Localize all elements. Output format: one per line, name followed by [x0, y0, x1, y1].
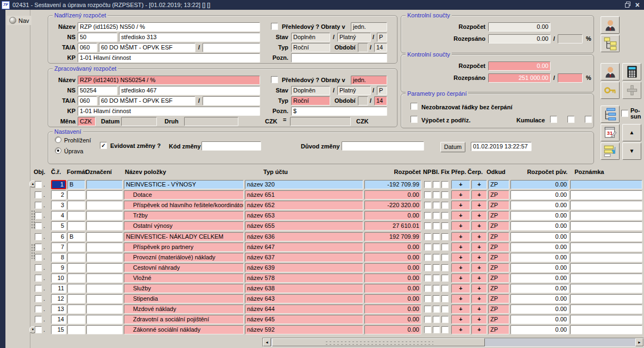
row-select-checkbox[interactable]: [35, 181, 42, 188]
table-row[interactable]: .7Příspěvek pro partnerynázev 6470.00++Z…: [0, 243, 644, 253]
row-number-cell[interactable]: 9: [51, 263, 66, 272]
item-name-cell[interactable]: NEINVESTICE - VÝNOSY: [124, 180, 244, 189]
taa-extra-field[interactable]: [203, 43, 260, 52]
hide-rows-checkbox[interactable]: [411, 103, 418, 110]
format-cell[interactable]: [67, 263, 85, 272]
datum-button[interactable]: Datum: [440, 142, 465, 152]
row-number-cell[interactable]: 14: [51, 315, 66, 324]
budget-cell[interactable]: 27 610.01: [364, 221, 421, 231]
table-row[interactable]: .11Službynázev 6380.00++ZP0.00: [0, 284, 644, 294]
row-select-checkbox[interactable]: [35, 295, 42, 302]
item-name-cell[interactable]: Zákonné sociální náklady: [124, 325, 244, 334]
typ-field[interactable]: Roční: [291, 96, 330, 105]
prepocet-plus-button[interactable]: +: [451, 263, 470, 272]
prepocet-plus-button[interactable]: +: [451, 180, 470, 189]
np-checkbox[interactable]: [424, 191, 431, 198]
np-checkbox[interactable]: [424, 326, 431, 333]
nazev-field[interactable]: RZP (id11625) NS50 / %: [78, 22, 260, 32]
kod-zmeny-field[interactable]: [201, 141, 261, 151]
bl-checkbox[interactable]: [433, 212, 440, 219]
table-row[interactable]: .3Příspěvek od hlavního řešitele/koordin…: [0, 201, 644, 211]
budget-orig-cell[interactable]: 0.00: [510, 325, 569, 334]
designation-cell[interactable]: [86, 294, 123, 303]
obraty-field[interactable]: jedn.: [351, 22, 387, 32]
row-select-checkbox[interactable]: [35, 233, 42, 240]
row-select-checkbox[interactable]: [35, 222, 42, 229]
obdobi-field[interactable]: [358, 96, 368, 105]
format-cell[interactable]: B: [67, 232, 85, 241]
item-name-cell[interactable]: NEINVESTICE- NÁKLADY CELKEM: [124, 232, 244, 241]
note-cell[interactable]: [570, 253, 642, 262]
ns-code-field[interactable]: 50254: [78, 86, 117, 95]
designation-cell[interactable]: [86, 221, 123, 231]
obdobi2-field[interactable]: 14: [374, 43, 387, 52]
table-row[interactable]: .13Mzdové nákladynázev 6440.00++ZP0.00: [0, 304, 644, 315]
designation-cell[interactable]: [86, 201, 123, 210]
cerpani-plus-button[interactable]: +: [471, 325, 487, 334]
format-cell[interactable]: B: [67, 180, 85, 189]
hierarchy-list-button[interactable]: [601, 105, 620, 123]
pozn-field[interactable]: [291, 53, 387, 63]
mena-field[interactable]: CZK: [78, 117, 96, 126]
fix-checkbox[interactable]: [441, 295, 449, 302]
pozn-field[interactable]: $: [291, 107, 387, 116]
np-checkbox[interactable]: [424, 285, 431, 292]
cerpani-plus-button[interactable]: +: [471, 190, 487, 200]
format-cell[interactable]: [67, 315, 85, 324]
fix-checkbox[interactable]: [441, 181, 449, 188]
bl-checkbox[interactable]: [433, 244, 440, 251]
bl-checkbox[interactable]: [433, 191, 440, 198]
fix-checkbox[interactable]: [441, 275, 449, 282]
budget-cell[interactable]: 0.00: [364, 304, 421, 314]
row-select-checkbox[interactable]: [35, 306, 42, 313]
np-checkbox[interactable]: [424, 181, 431, 188]
np-checkbox[interactable]: [424, 306, 431, 313]
uprava-radio[interactable]: [55, 147, 61, 154]
note-cell[interactable]: [570, 274, 642, 283]
bl-checkbox[interactable]: [433, 181, 440, 188]
budget-orig-cell[interactable]: 0.00: [510, 284, 569, 293]
prepocet-plus-button[interactable]: +: [451, 284, 470, 293]
account-type-cell[interactable]: název 636: [245, 232, 363, 241]
table-row[interactable]: .5Ostatní výnosynázev 65527 610.01++ZP0.…: [0, 221, 644, 232]
format-cell[interactable]: [67, 294, 85, 303]
cerpani-plus-button[interactable]: +: [471, 243, 487, 252]
cerpani-plus-button[interactable]: +: [471, 304, 487, 314]
titlebar[interactable]: 7F 02431 - Sestavení a úprava rozpočtu (…: [0, 0, 644, 10]
fix-checkbox[interactable]: [441, 306, 449, 313]
row-select-checkbox[interactable]: [35, 212, 42, 219]
budget-cell[interactable]: 0.00: [364, 315, 421, 324]
row-number-cell[interactable]: 12: [51, 294, 66, 303]
budget-cell[interactable]: 0.00: [364, 243, 421, 252]
budget-orig-cell[interactable]: 0.00: [510, 304, 569, 314]
prepocet-plus-button[interactable]: +: [451, 325, 470, 334]
row-number-cell[interactable]: 7: [51, 243, 66, 252]
designation-cell[interactable]: [86, 211, 123, 220]
prehledovy-checkbox[interactable]: [271, 76, 278, 83]
duvod-zmeny-field[interactable]: [342, 141, 424, 151]
row-number-cell[interactable]: 10: [51, 274, 66, 283]
note-cell[interactable]: [570, 243, 642, 252]
bl-checkbox[interactable]: [433, 326, 440, 333]
account-type-cell[interactable]: název 639: [245, 263, 363, 272]
cerpani-plus-button[interactable]: +: [471, 294, 487, 303]
bl-checkbox[interactable]: [433, 295, 440, 302]
cerpani-plus-button[interactable]: +: [471, 232, 487, 241]
kumulace-checkbox-1[interactable]: [550, 116, 557, 123]
account-type-cell[interactable]: název 644: [245, 304, 363, 314]
budget-cell[interactable]: 0.00: [364, 284, 421, 293]
np-checkbox[interactable]: [424, 295, 431, 302]
np-checkbox[interactable]: [424, 275, 431, 282]
row-number-cell[interactable]: 2: [51, 190, 66, 200]
table-row[interactable]: .8Provozní (materiálové) nákladynázev 63…: [0, 253, 644, 263]
stav3-field[interactable]: P: [377, 33, 387, 42]
obraty-field[interactable]: jedn.: [351, 76, 387, 85]
budget-orig-cell[interactable]: 0.00: [510, 253, 569, 262]
typ-field[interactable]: Roční: [291, 43, 330, 52]
note-cell[interactable]: [570, 211, 642, 220]
prepocet-plus-button[interactable]: +: [451, 294, 470, 303]
account-type-cell[interactable]: název 652: [245, 201, 363, 210]
ns-name-field[interactable]: středisko 313: [119, 33, 260, 42]
prepocet-plus-button[interactable]: +: [451, 221, 470, 231]
designation-cell[interactable]: [86, 284, 123, 293]
